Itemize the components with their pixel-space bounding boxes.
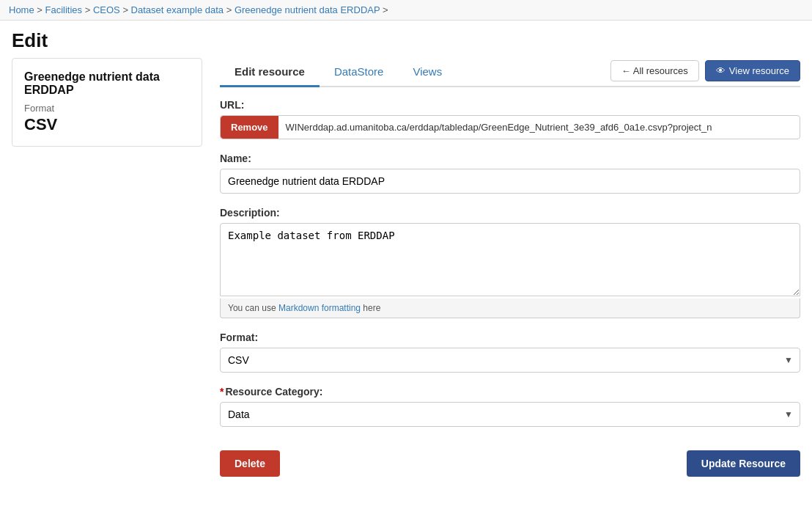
tab-views[interactable]: Views (398, 58, 457, 87)
tab-datastore[interactable]: DataStore (320, 58, 399, 87)
sidebar-resource-name: Greenedge nutrient data ERDDAP (24, 70, 190, 97)
name-section: Name: (220, 153, 800, 194)
update-resource-button[interactable]: Update Resource (687, 450, 800, 477)
delete-button[interactable]: Delete (220, 450, 280, 477)
tab-edit-resource[interactable]: Edit resource (220, 58, 320, 87)
breadcrumb-home[interactable]: Home (9, 4, 34, 15)
breadcrumb-ceos[interactable]: CEOS (93, 4, 120, 15)
url-section: URL: Remove WINerddap.ad.umanitoba.ca/er… (220, 99, 800, 139)
eye-icon: 👁 (716, 65, 726, 76)
name-input[interactable] (220, 169, 800, 194)
sidebar-format-value: CSV (24, 115, 190, 134)
page-title: Edit (0, 21, 812, 58)
breadcrumb: Home > Facilities > CEOS > Dataset examp… (0, 0, 812, 21)
sidebar-format-label: Format (24, 103, 190, 114)
tabs-right: ← All resources 👁 View resource (610, 60, 800, 84)
markdown-suffix: here (363, 303, 380, 313)
description-section: Description: You can use Markdown format… (220, 207, 800, 318)
resource-category-section: *Resource Category: Data Code Paper API … (220, 386, 800, 427)
name-label: Name: (220, 153, 800, 164)
breadcrumb-resource[interactable]: Greenedge nutrient data ERDDAP (235, 4, 380, 15)
sidebar: Greenedge nutrient data ERDDAP Format CS… (12, 58, 202, 147)
bottom-bar: Delete Update Resource (220, 442, 800, 477)
format-section: Format: CSV JSON XML XLSX TSV GeoJSON ▼ (220, 332, 800, 373)
required-star: * (220, 386, 224, 398)
resource-category-select[interactable]: Data Code Paper API Other (220, 402, 800, 427)
view-resource-button[interactable]: 👁 View resource (705, 60, 800, 81)
breadcrumb-facilities[interactable]: Facilities (45, 4, 83, 15)
main-layout: Greenedge nutrient data ERDDAP Format CS… (0, 58, 812, 488)
url-row: Remove WINerddap.ad.umanitoba.ca/erddap/… (220, 115, 800, 139)
view-resource-label: View resource (729, 65, 789, 76)
url-value: WINerddap.ad.umanitoba.ca/erddap/tableda… (278, 116, 800, 139)
description-label: Description: (220, 207, 800, 219)
resource-category-select-wrapper: Data Code Paper API Other ▼ (220, 402, 800, 427)
tabs-bar: Edit resource DataStore Views ← All reso… (220, 58, 800, 87)
all-resources-button[interactable]: ← All resources (610, 60, 699, 81)
markdown-hint: You can use Markdown formatting here (220, 299, 800, 318)
tabs-left: Edit resource DataStore Views (220, 58, 457, 86)
content-area: Edit resource DataStore Views ← All reso… (220, 58, 800, 477)
description-textarea[interactable] (220, 223, 800, 296)
format-select-wrapper: CSV JSON XML XLSX TSV GeoJSON ▼ (220, 348, 800, 373)
markdown-hint-text: You can use (228, 303, 276, 313)
format-label: Format: (220, 332, 800, 343)
breadcrumb-dataset[interactable]: Dataset example data (131, 4, 224, 15)
remove-url-button[interactable]: Remove (221, 116, 278, 139)
resource-category-label: *Resource Category: (220, 386, 800, 398)
format-select[interactable]: CSV JSON XML XLSX TSV GeoJSON (220, 348, 800, 373)
url-label: URL: (220, 99, 800, 111)
markdown-link[interactable]: Markdown formatting (278, 303, 361, 313)
